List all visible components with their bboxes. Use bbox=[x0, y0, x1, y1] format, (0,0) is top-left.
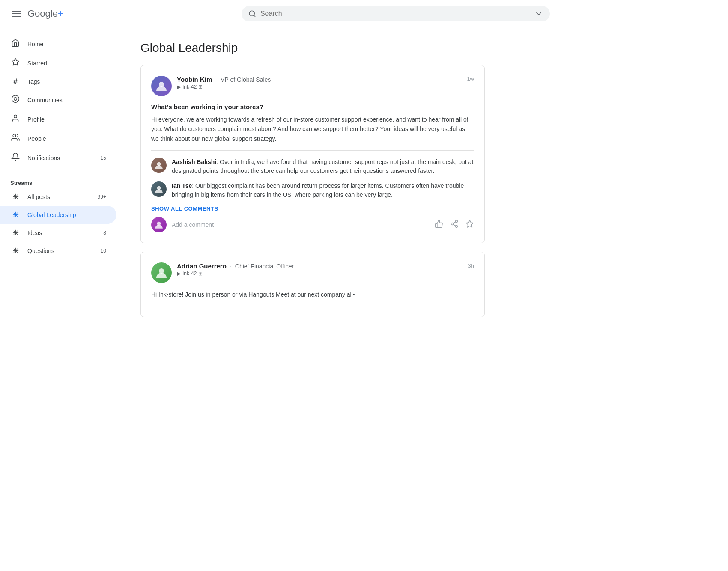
add-comment-row-1: Add a comment bbox=[151, 217, 474, 232]
streams-title: Streams bbox=[0, 175, 120, 188]
app-logo: Google+ bbox=[27, 8, 63, 19]
sidebar-item-notifications[interactable]: Notifications 15 bbox=[0, 148, 116, 167]
profile-icon bbox=[10, 114, 21, 125]
sidebar-item-profile[interactable]: Profile bbox=[0, 110, 116, 129]
post-community-1: ▶ Ink-42 ⊞ bbox=[177, 84, 467, 90]
share-icon[interactable] bbox=[450, 220, 459, 230]
comment-author-1: Aashish Bakshi bbox=[172, 158, 216, 165]
comment-text-1: Over in India, we have found that having… bbox=[172, 158, 473, 174]
avatar-ian bbox=[151, 181, 167, 197]
svg-line-14 bbox=[453, 224, 456, 226]
all-posts-badge: 99+ bbox=[98, 194, 106, 200]
sidebar: Home Starred # Tags Communities Profile bbox=[0, 27, 120, 339]
post-author-title-1: VP of Global Sales bbox=[221, 76, 271, 83]
comment-1: Aashish Bakshi: Over in India, we have f… bbox=[151, 158, 474, 175]
sidebar-item-label: Communities bbox=[27, 97, 63, 104]
post-header-2: Adrian Guerrero · Chief Financial Office… bbox=[151, 262, 474, 283]
svg-point-4 bbox=[14, 98, 17, 101]
sidebar-item-tags[interactable]: # Tags bbox=[0, 73, 116, 90]
people-icon bbox=[10, 133, 21, 144]
comment-body-2: Ian Tse: Our biggest complaint has been … bbox=[172, 181, 474, 199]
post-time-1: 1w bbox=[467, 76, 474, 82]
sidebar-item-communities[interactable]: Communities bbox=[0, 90, 116, 110]
sidebar-item-label: Ideas bbox=[27, 229, 42, 236]
home-icon bbox=[10, 39, 21, 49]
comment-text-2: Our biggest complaint has been around re… bbox=[172, 182, 464, 198]
action-icons-1 bbox=[435, 220, 474, 230]
search-bar bbox=[242, 6, 550, 21]
post-time-2: 3h bbox=[468, 262, 474, 269]
post-author-dot-1: · bbox=[215, 76, 217, 83]
sidebar-item-label: Questions bbox=[27, 247, 54, 254]
community-name-2: Ink-42 bbox=[182, 271, 197, 277]
sidebar-stream-ideas[interactable]: ✳ Ideas 8 bbox=[0, 224, 116, 242]
search-icon bbox=[248, 10, 256, 18]
post-author-line-2: Adrian Guerrero · Chief Financial Office… bbox=[177, 262, 468, 270]
community-name-1: Ink-42 bbox=[182, 84, 197, 90]
bell-icon bbox=[10, 152, 21, 163]
sidebar-item-label: Home bbox=[27, 41, 43, 48]
like-icon[interactable] bbox=[435, 220, 443, 230]
bookmark-icon[interactable] bbox=[465, 220, 474, 230]
post-meta-2: Adrian Guerrero · Chief Financial Office… bbox=[177, 262, 468, 277]
svg-point-13 bbox=[456, 225, 458, 227]
post-header-1: Yoobin Kim · VP of Global Sales ▶ Ink-42… bbox=[151, 76, 474, 96]
post-author-name-1: Yoobin Kim bbox=[177, 76, 212, 83]
community-grid-icon-2: ⊞ bbox=[198, 271, 203, 277]
sidebar-item-label: Starred bbox=[27, 60, 47, 67]
main-layout: Home Starred # Tags Communities Profile bbox=[0, 27, 728, 339]
sidebar-item-label: Global Leadership bbox=[27, 211, 76, 218]
post-body-2: Hi Ink-store! Join us in person or via H… bbox=[151, 290, 474, 299]
svg-marker-2 bbox=[12, 59, 19, 65]
svg-point-11 bbox=[456, 220, 458, 222]
sidebar-item-label: All posts bbox=[27, 193, 50, 200]
sidebar-divider bbox=[10, 171, 110, 171]
post-meta-1: Yoobin Kim · VP of Global Sales ▶ Ink-42… bbox=[177, 76, 467, 90]
stream-questions-icon: ✳ bbox=[10, 246, 21, 256]
hamburger-button[interactable] bbox=[9, 7, 24, 20]
search-input[interactable] bbox=[260, 10, 530, 18]
post-body-1: Hi everyone, we are working towards a re… bbox=[151, 115, 474, 143]
stream-ideas-icon: ✳ bbox=[10, 228, 21, 238]
sidebar-item-label: Notifications bbox=[27, 155, 60, 161]
svg-point-5 bbox=[14, 115, 17, 118]
post-community-2: ▶ Ink-42 ⊞ bbox=[177, 271, 468, 277]
svg-line-1 bbox=[254, 15, 255, 16]
ideas-badge: 8 bbox=[103, 230, 106, 236]
chevron-down-icon[interactable] bbox=[534, 9, 543, 18]
svg-point-12 bbox=[451, 223, 454, 225]
svg-point-3 bbox=[12, 95, 19, 103]
avatar-adrian bbox=[151, 262, 172, 283]
svg-marker-16 bbox=[466, 220, 474, 227]
post-title-1: What's been working in your stores? bbox=[151, 103, 474, 110]
comment-author-2: Ian Tse bbox=[172, 182, 192, 189]
main-content: Global Leadership Yoobin Kim · VP of Glo… bbox=[120, 27, 505, 339]
post-author-title-2: Chief Financial Officer bbox=[235, 263, 294, 270]
post-author-line-1: Yoobin Kim · VP of Global Sales bbox=[177, 76, 467, 83]
page-title: Global Leadership bbox=[140, 41, 485, 55]
post-author-name-2: Adrian Guerrero bbox=[177, 262, 227, 270]
show-all-comments-button[interactable]: SHOW ALL COMMENTS bbox=[151, 205, 474, 212]
sidebar-item-starred[interactable]: Starred bbox=[0, 54, 116, 73]
community-arrow-icon: ▶ bbox=[177, 84, 181, 90]
questions-badge: 10 bbox=[101, 248, 106, 254]
post-card-2: Adrian Guerrero · Chief Financial Office… bbox=[140, 252, 485, 317]
sidebar-item-label: Profile bbox=[27, 116, 45, 123]
add-comment-input-1[interactable]: Add a comment bbox=[172, 221, 430, 228]
post-card-1: Yoobin Kim · VP of Global Sales ▶ Ink-42… bbox=[140, 65, 485, 243]
sidebar-stream-all-posts[interactable]: ✳ All posts 99+ bbox=[0, 188, 116, 206]
sidebar-item-people[interactable]: People bbox=[0, 129, 116, 148]
stream-all-posts-icon: ✳ bbox=[10, 192, 21, 202]
community-arrow-icon-2: ▶ bbox=[177, 271, 181, 277]
community-grid-icon: ⊞ bbox=[198, 84, 203, 90]
post-author-dot-2: · bbox=[230, 263, 232, 270]
sidebar-stream-questions[interactable]: ✳ Questions 10 bbox=[0, 242, 116, 260]
sidebar-stream-global-leadership[interactable]: ✳ Global Leadership bbox=[0, 206, 116, 224]
avatar-current-user bbox=[151, 217, 167, 232]
sidebar-item-label: People bbox=[27, 135, 46, 142]
sidebar-item-home[interactable]: Home bbox=[0, 34, 116, 54]
app-header: Google+ bbox=[0, 0, 728, 27]
notifications-badge: 15 bbox=[101, 155, 106, 161]
svg-point-6 bbox=[13, 134, 16, 137]
stream-global-leadership-icon: ✳ bbox=[10, 210, 21, 220]
